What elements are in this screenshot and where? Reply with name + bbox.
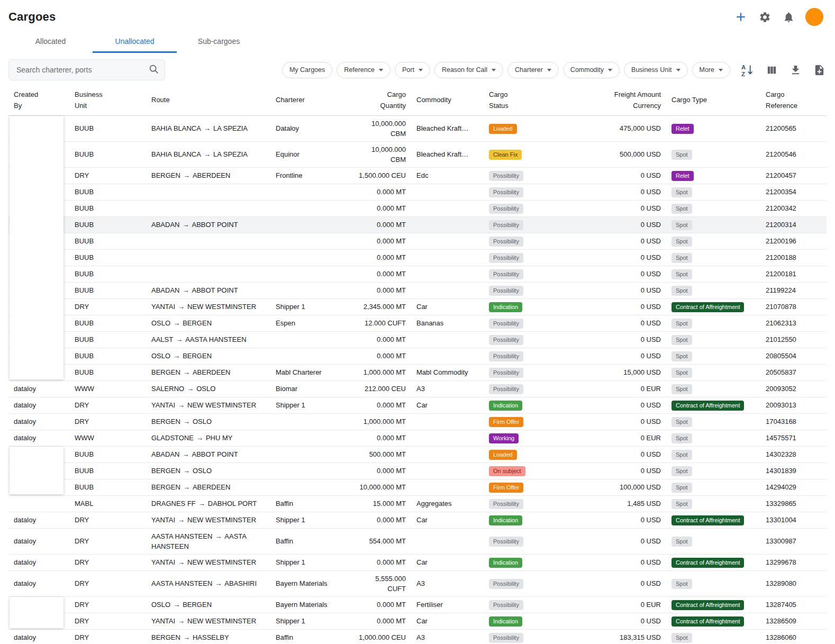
cell-cargo-type: Spot — [666, 200, 760, 216]
table-row[interactable]: dataloy WWW GLADSTONE→PHU MY 0.000 MT Wo… — [8, 430, 827, 446]
filter-commodity[interactable]: Commodity — [563, 62, 620, 78]
toolbar: My Cargoes Reference Port Reason for Cal… — [0, 53, 835, 85]
table-row[interactable]: BUUB ABADAN→ABBOT POINT 0.000 MT Possibi… — [8, 216, 827, 233]
tab-sub-cargoes[interactable]: Sub-cargoes — [177, 31, 261, 53]
add-button[interactable] — [733, 10, 748, 24]
cell-charterer — [270, 233, 350, 249]
table-row[interactable]: dataloy DRY BERGEN→OSLO 1,000.000 MT Fir… — [8, 413, 827, 430]
cargo-table: CreatedByBusinessUnitRouteChartererCargo… — [8, 86, 827, 644]
cell-commodity: A3 — [411, 570, 484, 596]
cell-cargo-type: Spot — [666, 629, 760, 644]
cell-cargo-quantity: 0.000 MT — [350, 512, 411, 528]
cell-business-unit: WWW — [69, 430, 146, 446]
cell-created-by: dataloy — [8, 380, 69, 397]
tab-unallocated[interactable]: Unallocated — [93, 31, 177, 53]
cell-commodity: Fertiliser — [411, 596, 484, 613]
cargo-type-badge: Spot — [671, 253, 692, 263]
column-header-business-unit[interactable]: BusinessUnit — [69, 86, 146, 115]
column-header-cargo-reference[interactable]: CargoReference — [760, 86, 827, 115]
table-row[interactable]: DRY BERGEN→ABERDEEN Frontline 1,500.000 … — [8, 167, 827, 184]
cell-business-unit: DRY — [69, 596, 146, 613]
table-row[interactable]: BUUB ABADAN→ABBOT POINT 0.000 MT Possibi… — [8, 282, 827, 298]
cell-charterer — [270, 446, 350, 462]
status-badge: Possibility — [489, 537, 523, 547]
table-row[interactable]: BUUB 0.000 MT Possibility 0 USD Spot 212… — [8, 249, 827, 266]
sort-alpha-icon: A Z — [741, 64, 754, 77]
cell-route: BAHIA BLANCA→LA SPEZIA — [146, 141, 270, 167]
cell-cargo-status: Possibility — [484, 200, 582, 216]
route-destination: ABERDEEN — [193, 483, 231, 491]
cell-freight-amount: 100,000 USD — [582, 479, 666, 495]
column-header-cargo-type[interactable]: Cargo Type — [666, 86, 760, 115]
filter-my-cargoes[interactable]: My Cargoes — [282, 62, 332, 78]
cell-cargo-reference: 21200188 — [760, 249, 827, 266]
table-row[interactable]: DRY YANTAI→NEW WESTMINSTER Shipper 1 0.0… — [8, 613, 827, 629]
filter-chip-label: Business Unit — [631, 66, 671, 74]
tab-allocated[interactable]: Allocated — [8, 31, 93, 53]
notifications-button[interactable] — [782, 10, 796, 24]
table-row[interactable]: BUUB BAHIA BLANCA→LA SPEZIA Dataloy 10,0… — [8, 115, 827, 141]
cell-cargo-type: Spot — [666, 331, 760, 348]
table-row[interactable]: MABL DRAGNES FF→DABHOL PORT Baffin 15.00… — [8, 495, 827, 512]
cell-cargo-quantity: 10,000.000 MT — [350, 479, 411, 495]
route-destination: OSLO — [193, 467, 212, 475]
table-row[interactable]: DRY YANTAI→NEW WESTMINSTER Shipper 1 2,3… — [8, 298, 827, 315]
export-file-button[interactable] — [812, 63, 827, 77]
table-row[interactable]: dataloy WWW SALERNO→OSLO Biomar 212.000 … — [8, 380, 827, 397]
table-row[interactable]: BUUB 0.000 MT Possibility 0 USD Spot 212… — [8, 233, 827, 249]
cell-cargo-quantity: 12.000 CUFT — [350, 315, 411, 331]
filter-more[interactable]: More — [692, 62, 730, 78]
status-badge: Indication — [489, 616, 522, 627]
column-header-freight-amount-currency[interactable]: Freight AmountCurrency — [582, 86, 666, 115]
table-row[interactable]: dataloy DRY AASTA HANSTEEN→AASTA HANSTEE… — [8, 528, 827, 554]
table-row[interactable]: dataloy DRY YANTAI→NEW WESTMINSTER Shipp… — [8, 554, 827, 570]
table-row[interactable]: BUUB 0.000 MT Possibility 0 USD Spot 212… — [8, 184, 827, 200]
cell-cargo-status: Working — [484, 430, 582, 446]
cell-cargo-reference: 17043168 — [760, 413, 827, 430]
column-header-route[interactable]: Route — [146, 86, 270, 115]
table-row[interactable]: BUUB AALST→AASTA HANSTEEN 0.000 MT Possi… — [8, 331, 827, 348]
avatar[interactable] — [805, 8, 823, 26]
table-row[interactable]: BUUB OSLO→BERGEN 0.000 MT Possibility 0 … — [8, 348, 827, 364]
table-row[interactable]: BUUB BERGEN→OSLO 0.000 MT On subject 0 U… — [8, 462, 827, 479]
settings-button[interactable] — [758, 10, 772, 24]
download-button[interactable] — [788, 63, 803, 77]
filter-reason-for-call[interactable]: Reason for Call — [434, 62, 503, 78]
table-row[interactable]: BUUB ABADAN→ABBOT POINT 500.000 MT Loade… — [8, 446, 827, 462]
sort-alpha-button[interactable]: A Z — [740, 62, 755, 78]
table-row[interactable]: BUUB BERGEN→ABERDEEN Mabl Charterer 1,00… — [8, 364, 827, 380]
filter-reference[interactable]: Reference — [337, 62, 391, 78]
cell-freight-amount: 0 USD — [582, 266, 666, 282]
table-row[interactable]: BUUB OSLO→BERGEN Espen 12.000 CUFT Banan… — [8, 315, 827, 331]
cell-freight-amount: 0 USD — [582, 528, 666, 554]
column-header-cargo-quantity[interactable]: CargoQuantity — [350, 86, 411, 115]
table-row[interactable]: dataloy DRY YANTAI→NEW WESTMINSTER Shipp… — [8, 397, 827, 413]
table-row[interactable]: BUUB 0.000 MT Possibility 0 USD Spot 212… — [8, 266, 827, 282]
columns-button[interactable] — [765, 63, 779, 77]
table-row[interactable]: BUUB 0.000 MT Possibility 0 USD Spot 212… — [8, 200, 827, 216]
cell-cargo-quantity: 0.000 MT — [350, 282, 411, 298]
filter-charterer[interactable]: Charterer — [507, 62, 559, 78]
cell-cargo-type: Spot — [666, 413, 760, 430]
cell-route: BERGEN→OSLO — [146, 413, 270, 430]
table-row[interactable]: dataloy DRY AASTA HANSTEEN→ABASHIRI Baye… — [8, 570, 827, 596]
chevron-down-icon — [492, 69, 496, 71]
cell-cargo-type: Spot — [666, 282, 760, 298]
cell-cargo-reference: 20505837 — [760, 364, 827, 380]
table-row[interactable]: dataloy DRY YANTAI→NEW WESTMINSTER Shipp… — [8, 512, 827, 528]
filter-business-unit[interactable]: Business Unit — [624, 62, 687, 78]
cell-cargo-quantity: 0.000 MT — [350, 348, 411, 364]
table-row[interactable]: BUUB BAHIA BLANCA→LA SPEZIA Equinor 10,0… — [8, 141, 827, 167]
column-header-commodity[interactable]: Commodity — [411, 86, 484, 115]
column-header-cargo-status[interactable]: CargoStatus — [484, 86, 582, 115]
table-row[interactable]: dataloy DRY BERGEN→HASSELBY Baffin 1,000… — [8, 629, 827, 644]
table-row[interactable]: DRY OSLO→BERGEN Bayern Materials 0.000 M… — [8, 596, 827, 613]
export-file-icon — [813, 64, 825, 76]
column-header-created-by[interactable]: CreatedBy — [8, 86, 69, 115]
filter-port[interactable]: Port — [395, 62, 430, 78]
table-row[interactable]: BUUB BERGEN→ABERDEEN 10,000.000 MT Firm … — [8, 479, 827, 495]
column-header-charterer[interactable]: Charterer — [270, 86, 350, 115]
cell-route: YANTAI→NEW WESTMINSTER — [146, 554, 270, 570]
search-input[interactable] — [8, 59, 165, 80]
cell-freight-amount: 15,000 USD — [582, 364, 666, 380]
